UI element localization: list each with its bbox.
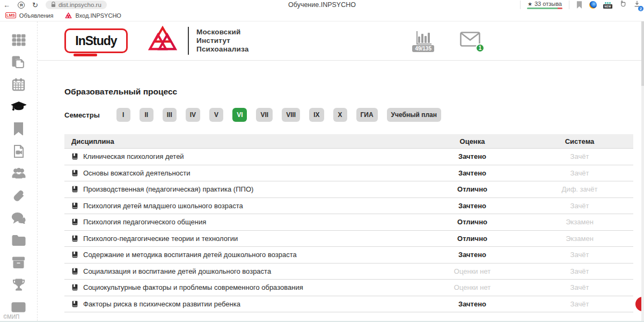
book-icon: [71, 153, 78, 160]
bookmark-login[interactable]: Вход.INPSYCHO: [65, 12, 121, 19]
table-row[interactable]: Социализация и воспитание детей дошкольн…: [64, 264, 633, 280]
disciplines-table: Дисциплина Оценка Система Клиническа: [64, 134, 633, 312]
mip-triangles-logo: [147, 26, 178, 56]
documents-icon[interactable]: [11, 55, 26, 70]
address-bar[interactable]: dist.inpsycho.ru: [46, 1, 107, 9]
discipline-name: Психология детей младшего школьного возр…: [83, 202, 243, 210]
table-row[interactable]: Психолого-педагогические теории и технол…: [64, 231, 633, 247]
semester-buttons: IIIIIIIVVVIVIIVIIIIXXГИАУчебный план: [116, 108, 441, 122]
instudy-logo[interactable]: InStudy: [64, 28, 128, 53]
grade-system: Зачёт: [526, 202, 633, 210]
progress-badge: 49/135: [412, 45, 434, 52]
discipline-name: Производственная (педагогическая) практи…: [83, 185, 253, 193]
grade-value: Зачтено: [419, 152, 526, 160]
discipline-name: Факторы риска в психическом развитии реб…: [83, 300, 240, 308]
semester-button[interactable]: Учебный план: [387, 108, 441, 122]
logo-divider: [188, 27, 189, 55]
book-icon: [71, 301, 78, 308]
grade-system: Экзамен: [526, 235, 633, 243]
back-icon[interactable]: ←: [3, 2, 10, 9]
page-title: Образовательный процесс: [64, 87, 633, 97]
table-row[interactable]: Клиническая психология детей Зачтено Зач…: [64, 149, 633, 165]
book-icon: [71, 251, 78, 258]
new-badge: NEW: [603, 4, 612, 9]
semester-button[interactable]: ГИА: [356, 108, 378, 122]
grade-value: Оценки нет: [419, 267, 526, 275]
book-icon: [71, 202, 78, 209]
discipline-name: Клиническая психология детей: [83, 152, 184, 160]
collections-hand-icon[interactable]: [619, 0, 626, 10]
browser-toolbar: ← Я ↻ dist.inpsycho.ru Обучение.INPSYCHO…: [0, 0, 644, 10]
table-row[interactable]: Психология детей младшего школьного возр…: [64, 198, 633, 215]
site-reviews-widget[interactable]: ★ 33 отзыва: [520, 1, 569, 9]
table-row[interactable]: Содержание и методика воспитания детей д…: [64, 247, 633, 264]
chat-icon[interactable]: [11, 210, 26, 225]
grade-value: Отлично: [419, 235, 526, 243]
folder-icon[interactable]: [11, 233, 26, 248]
table-row[interactable]: Психология педагогического общения Отлич…: [64, 214, 633, 231]
semester-button[interactable]: III: [163, 108, 177, 122]
semester-button[interactable]: IX: [309, 108, 324, 122]
calendar-icon[interactable]: [11, 77, 26, 92]
semester-button[interactable]: IV: [186, 108, 200, 122]
trophy-icon[interactable]: [11, 277, 26, 292]
semester-button[interactable]: V: [209, 108, 223, 122]
refresh-icon[interactable]: ↻: [32, 2, 38, 9]
grade-value: Отлично: [419, 218, 526, 226]
table-row[interactable]: Производственная (педагогическая) практи…: [64, 181, 633, 198]
discipline-name: Основы вожатской деятельности: [83, 169, 191, 177]
grade-value: Оценки нет: [419, 283, 526, 291]
semester-button[interactable]: VII: [256, 108, 273, 122]
semester-button[interactable]: II: [140, 108, 153, 122]
vertical-scrollbar[interactable]: [641, 21, 644, 321]
downloads-icon[interactable]: 2: [633, 0, 641, 10]
apps-grid-icon[interactable]: [11, 32, 26, 47]
video-file-icon[interactable]: [11, 144, 26, 159]
semester-button[interactable]: VI: [232, 108, 247, 122]
mip-copyright: ©МИП: [3, 314, 19, 320]
bookmark-icon[interactable]: [11, 121, 26, 136]
grade-system: Экзамен: [526, 218, 633, 226]
mail-button[interactable]: 1: [460, 32, 480, 49]
semester-button[interactable]: I: [116, 108, 130, 122]
table-body: Клиническая психология детей Зачтено Зач…: [64, 149, 633, 312]
browser-window: ← Я ↻ dist.inpsycho.ru Обучение.INPSYCHO…: [0, 0, 644, 322]
lock-icon: [51, 0, 56, 10]
browser-extension-icon[interactable]: [589, 1, 597, 9]
book-icon: [71, 218, 78, 225]
people-icon[interactable]: [11, 166, 26, 181]
table-row[interactable]: Основы вожатской деятельности Зачтено За…: [64, 165, 633, 182]
semester-button[interactable]: X: [333, 108, 347, 122]
mip-favicon: [65, 12, 72, 19]
table-row[interactable]: Факторы риска в психическом развитии реб…: [64, 296, 633, 313]
graduation-cap-icon[interactable]: [11, 99, 26, 114]
new-extension-icon[interactable]: NEW: [604, 2, 612, 9]
grade-system: Зачёт: [526, 283, 633, 291]
col-system: Система: [526, 137, 633, 145]
table-header: Дисциплина Оценка Система: [64, 134, 633, 149]
grade-system: Зачёт: [526, 152, 633, 160]
mail-badge: 1: [475, 43, 485, 53]
table-row[interactable]: Социокультурные факторы и проблемы совре…: [64, 280, 633, 296]
discipline-name: Психология педагогического общения: [83, 218, 206, 226]
grade-system: Диф. зачёт: [526, 185, 633, 193]
bookmarks-bar: LMS Объявления Вход.INPSYCHO: [0, 10, 644, 21]
id-card-icon[interactable]: [11, 299, 26, 314]
archive-icon[interactable]: [11, 255, 26, 270]
semester-button[interactable]: VIII: [282, 108, 300, 122]
yandex-profile-icon[interactable]: Я: [18, 2, 25, 9]
lms-favicon: LMS: [5, 12, 16, 18]
grade-system: Зачёт: [526, 267, 633, 275]
star-icon: ★: [528, 1, 532, 7]
grade-value: Отлично: [419, 185, 526, 193]
discipline-name: Социализация и воспитание детей дошкольн…: [83, 267, 271, 275]
sidebar-nav: ©МИП: [0, 21, 38, 321]
bookmark-announcements[interactable]: LMS Объявления: [5, 12, 53, 19]
book-icon: [71, 284, 78, 291]
downloads-badge: 2: [638, 6, 643, 11]
paperclip-icon[interactable]: [11, 188, 26, 203]
progress-stats-button[interactable]: 49/135: [412, 30, 434, 52]
grade-value: Зачтено: [419, 300, 526, 308]
bookmark-flag-icon[interactable]: [576, 1, 582, 9]
education-process-section: Образовательный процесс Семестры IIIIIII…: [38, 61, 644, 312]
